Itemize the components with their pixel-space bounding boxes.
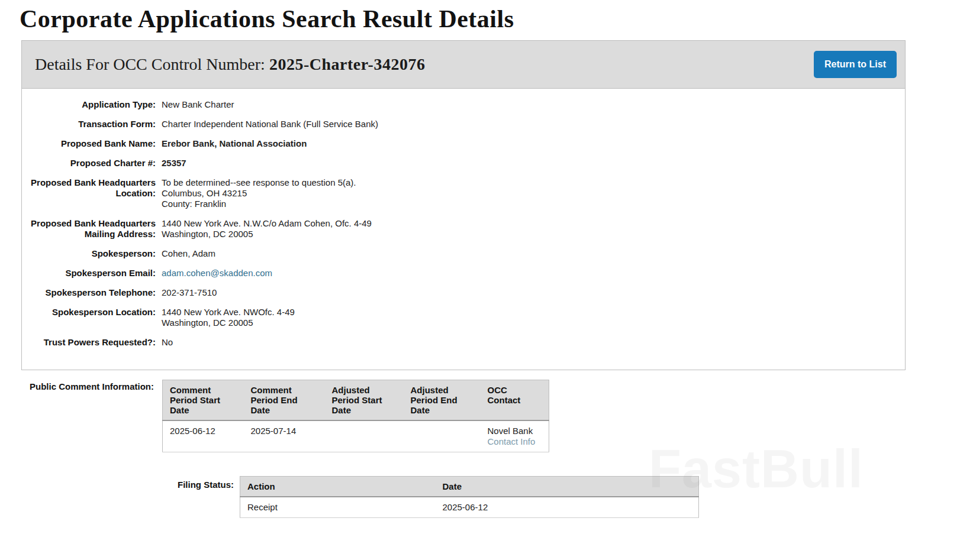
- page-title: Corporate Applications Search Result Det…: [20, 5, 973, 33]
- mailing-address-line-1: 1440 New York Ave. N.W.C/o Adam Cohen, O…: [162, 218, 372, 229]
- field-value: 25357: [162, 158, 186, 169]
- detail-row-spokesperson-location: Spokesperson Location: 1440 New York Ave…: [22, 307, 905, 328]
- return-to-list-button[interactable]: Return to List: [814, 51, 897, 78]
- contact-info-link[interactable]: Contact Info: [488, 436, 536, 446]
- cell-adjusted-period-end: [404, 420, 481, 452]
- hq-location-line-2: Columbus, OH 43215: [162, 188, 356, 199]
- cell-comment-period-end: 2025-07-14: [244, 420, 325, 452]
- field-value: Charter Independent National Bank (Full …: [162, 119, 378, 130]
- detail-row-spokesperson: Spokesperson: Cohen, Adam: [22, 248, 905, 259]
- panel-header-title: Details For OCC Control Number: 2025-Cha…: [35, 55, 425, 74]
- mailing-address-line-2: Washington, DC 20005: [162, 229, 372, 239]
- field-label: Proposed Bank Name:: [22, 138, 162, 149]
- field-label: Proposed Charter #:: [22, 158, 162, 169]
- cell-comment-period-start: 2025-06-12: [163, 420, 244, 452]
- public-comment-section: Public Comment Information: Comment Peri…: [30, 380, 973, 452]
- panel-body: Application Type: New Bank Charter Trans…: [22, 89, 905, 370]
- public-comment-table: Comment Period Start Date Comment Period…: [162, 380, 549, 452]
- field-value: New Bank Charter: [162, 99, 234, 110]
- filing-status-label: Filing Status:: [30, 476, 240, 518]
- detail-row-application-type: Application Type: New Bank Charter: [22, 99, 905, 110]
- public-comment-header-row: Comment Period Start Date Comment Period…: [163, 380, 549, 421]
- public-comment-label: Public Comment Information:: [30, 380, 162, 452]
- hq-location-line-1: To be determined--see response to questi…: [162, 177, 356, 188]
- public-comment-data-row: 2025-06-12 2025-07-14 Novel Bank Contact…: [163, 420, 549, 452]
- detail-row-proposed-charter: Proposed Charter #: 25357: [22, 158, 905, 169]
- filing-status-data-row: Receipt 2025-06-12: [240, 497, 699, 518]
- field-label: Trust Powers Requested?:: [22, 337, 162, 348]
- field-label: Proposed Bank Headquarters Location:: [22, 177, 162, 209]
- col-adjusted-period-start: Adjusted Period Start Date: [325, 380, 404, 421]
- detail-row-transaction-form: Transaction Form: Charter Independent Na…: [22, 119, 905, 130]
- control-number-value: 2025-Charter-342076: [269, 55, 426, 73]
- col-occ-contact: OCC Contact: [481, 380, 549, 421]
- cell-occ-contact: Novel Bank Contact Info: [481, 420, 549, 452]
- field-value: Erebor Bank, National Association: [162, 138, 307, 149]
- col-action: Action: [240, 477, 436, 497]
- field-value: 1440 New York Ave. N.W.C/o Adam Cohen, O…: [162, 218, 372, 239]
- field-value: Cohen, Adam: [162, 248, 215, 259]
- cell-adjusted-period-start: [325, 420, 404, 452]
- col-adjusted-period-end: Adjusted Period End Date: [404, 380, 481, 421]
- field-label: Application Type:: [22, 99, 162, 110]
- control-number-label: Details For OCC Control Number:: [35, 55, 269, 73]
- field-value: No: [162, 337, 173, 348]
- field-value: 1440 New York Ave. NWOfc. 4-49 Washingto…: [162, 307, 295, 328]
- detail-row-spokesperson-email: Spokesperson Email: adam.cohen@skadden.c…: [22, 268, 905, 279]
- spokesperson-location-line-2: Washington, DC 20005: [162, 318, 295, 328]
- field-label: Spokesperson Location:: [22, 307, 162, 328]
- spokesperson-location-line-1: 1440 New York Ave. NWOfc. 4-49: [162, 307, 295, 318]
- field-value: 202-371-7510: [162, 287, 217, 298]
- filing-status-header-row: Action Date: [240, 477, 699, 497]
- occ-contact-name: Novel Bank: [488, 426, 542, 436]
- col-date: Date: [436, 477, 699, 497]
- filing-status-table: Action Date Receipt 2025-06-12: [240, 476, 699, 518]
- spokesperson-email-link[interactable]: adam.cohen@skadden.com: [162, 268, 272, 278]
- filing-status-section: Filing Status: Action Date Receipt 2025-…: [30, 476, 973, 518]
- cell-date: 2025-06-12: [436, 497, 699, 518]
- detail-row-spokesperson-telephone: Spokesperson Telephone: 202-371-7510: [22, 287, 905, 298]
- detail-row-trust-powers: Trust Powers Requested?: No: [22, 337, 905, 348]
- col-comment-period-start: Comment Period Start Date: [163, 380, 244, 421]
- cell-action: Receipt: [240, 497, 436, 518]
- detail-row-hq-location: Proposed Bank Headquarters Location: To …: [22, 177, 905, 209]
- hq-location-line-3: County: Franklin: [162, 199, 356, 209]
- field-label: Spokesperson Email:: [22, 268, 162, 279]
- details-panel: Details For OCC Control Number: 2025-Cha…: [21, 40, 906, 370]
- panel-header: Details For OCC Control Number: 2025-Cha…: [22, 41, 905, 89]
- field-label: Proposed Bank Headquarters Mailing Addre…: [22, 218, 162, 239]
- field-label: Spokesperson:: [22, 248, 162, 259]
- field-label: Spokesperson Telephone:: [22, 287, 162, 298]
- detail-row-proposed-bank-name: Proposed Bank Name: Erebor Bank, Nationa…: [22, 138, 905, 149]
- col-comment-period-end: Comment Period End Date: [244, 380, 325, 421]
- field-label: Transaction Form:: [22, 119, 162, 130]
- field-value: To be determined--see response to questi…: [162, 177, 356, 209]
- detail-row-hq-mailing-address: Proposed Bank Headquarters Mailing Addre…: [22, 218, 905, 239]
